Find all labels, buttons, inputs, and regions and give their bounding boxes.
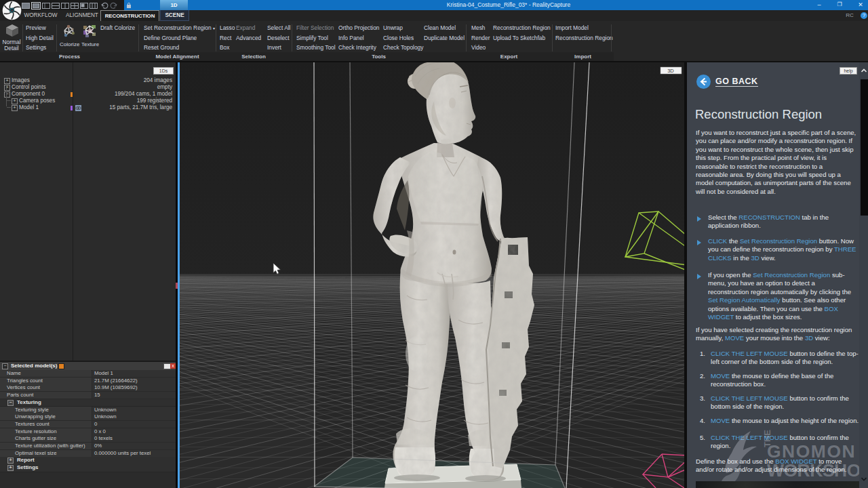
svg-text:3D: 3D — [667, 68, 674, 74]
